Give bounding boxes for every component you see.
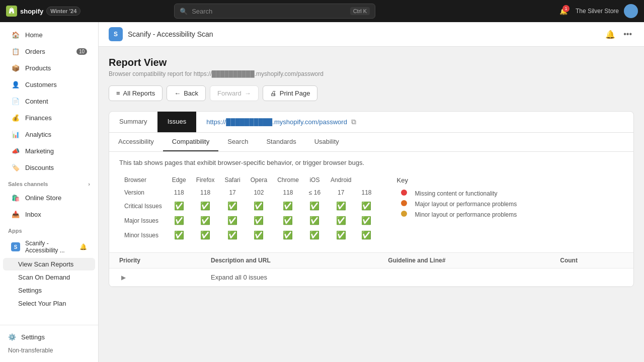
forward-button[interactable]: Forward →: [210, 85, 259, 101]
bell-icon-btn[interactable]: 🔔: [603, 28, 617, 41]
discounts-icon: 🏷️: [11, 163, 20, 172]
check-icon: ✅: [200, 231, 210, 239]
forward-icon: →: [245, 89, 251, 97]
sidebar-item-view-scan-reports[interactable]: View Scan Reports: [3, 258, 95, 270]
key-row: Minor layout or performance problems: [397, 209, 521, 220]
key-red-label: Missing content or functionality: [411, 188, 521, 199]
search-placeholder: Search: [192, 8, 212, 15]
ios-minor: ✅: [304, 228, 326, 242]
more-options-btn[interactable]: •••: [621, 28, 634, 41]
check-icon: ✅: [309, 231, 319, 239]
sidebar-item-marketing[interactable]: 📣 Marketing: [3, 143, 95, 159]
all-reports-label: All Reports: [123, 89, 155, 97]
expand-btn-cell: ▶: [109, 268, 201, 287]
user-avatar[interactable]: [624, 4, 638, 18]
sidebar-item-label: Marketing: [25, 147, 54, 155]
browser-col-firefox: Firefox: [191, 173, 220, 187]
tab-summary[interactable]: Summary: [109, 112, 157, 132]
url-bar-inline: https://██████████.myshopify.com/passwor…: [198, 112, 364, 132]
chrome-critical: ✅: [272, 199, 304, 213]
sales-channels-section: Sales channels ›: [0, 176, 98, 189]
sidebar-item-settings[interactable]: ⚙️ Settings: [8, 330, 90, 344]
print-label: Print Page: [280, 89, 310, 97]
app-header-bar: S Scanify - Accessibility Scan 🔔 •••: [99, 22, 644, 47]
expand-sales-icon[interactable]: ›: [88, 181, 90, 187]
print-page-button[interactable]: 🖨 Print Page: [263, 85, 318, 101]
print-icon: 🖨: [270, 89, 277, 97]
safari-critical: ✅: [219, 199, 245, 213]
search-bar[interactable]: 🔍 Search Ctrl K: [174, 4, 375, 19]
shopify-logo[interactable]: shopify Winter '24: [6, 6, 80, 17]
expand-toggle-button[interactable]: ▶: [119, 274, 128, 281]
orange-dot-icon: [401, 200, 407, 206]
copy-icon[interactable]: ⧉: [351, 118, 356, 126]
android-critical: ✅: [326, 199, 356, 213]
android-version: 17: [326, 187, 356, 199]
tab-usability[interactable]: Usability: [305, 133, 348, 151]
chrome-minor: ✅: [272, 228, 304, 242]
notification-badge: 1: [562, 5, 570, 12]
forward-label: Forward: [217, 89, 242, 97]
sidebar-item-home[interactable]: 🏠 Home: [3, 27, 95, 43]
sidebar-item-online-store[interactable]: 🛍️ Online Store: [3, 190, 95, 206]
sidebar-item-customers[interactable]: 👤 Customers: [3, 76, 95, 93]
tab-search[interactable]: Search: [218, 133, 257, 151]
safari-minor: ✅: [219, 228, 245, 242]
android-minor: ✅: [326, 228, 356, 242]
check-icon: ✅: [361, 216, 371, 225]
opera-critical: ✅: [246, 199, 272, 213]
sidebar-item-label: Finances: [25, 114, 52, 122]
check-icon: ✅: [200, 216, 210, 225]
tab-standards[interactable]: Standards: [257, 133, 305, 151]
tab-issues[interactable]: Issues: [157, 112, 197, 132]
sidebar-item-content[interactable]: 📄 Content: [3, 93, 95, 109]
sidebar-item-discounts[interactable]: 🏷️ Discounts: [3, 159, 95, 175]
sidebar-item-scanify[interactable]: S Scanify - Accessibility ... 🔔: [3, 236, 95, 257]
apps-section: Apps: [0, 223, 98, 236]
check-icon: ✅: [336, 202, 346, 210]
sidebar: 🏠 Home 📋 Orders 10 📦 Products 👤 Customer…: [0, 22, 99, 362]
content-area: S Scanify - Accessibility Scan 🔔 ••• Rep…: [99, 22, 644, 362]
sidebar-item-scan-on-demand[interactable]: Scan On Demand: [3, 271, 95, 284]
edge-major: ✅: [167, 213, 191, 228]
table-row: Minor Issues ✅ ✅ ✅ ✅ ✅ ✅ ✅ ✅: [119, 228, 377, 242]
all-reports-button[interactable]: ≡ All Reports: [109, 85, 163, 101]
report-subtitle: Browser compatibility report for https:/…: [109, 70, 634, 77]
col-priority: Priority: [109, 253, 201, 268]
edge-version: 118: [167, 187, 191, 199]
key-yellow-label: Minor layout or performance problems: [411, 209, 521, 220]
scanify-notify-icon: 🔔: [79, 243, 87, 250]
major-issues-label: Major Issues: [119, 213, 167, 228]
sidebar-item-inbox[interactable]: 📥 Inbox: [3, 206, 95, 222]
sidebar-item-finances[interactable]: 💰 Finances: [3, 110, 95, 126]
table-row: Critical Issues ✅ ✅ ✅ ✅ ✅ ✅ ✅ ✅: [119, 199, 377, 213]
browser-col-ios: iOS: [304, 173, 326, 187]
report-content: Report View Browser compatibility report…: [99, 47, 644, 297]
sidebar-item-orders[interactable]: 📋 Orders 10: [3, 43, 95, 59]
browser-col-edge: Edge: [167, 173, 191, 187]
back-icon: ←: [174, 89, 181, 97]
chrome-major: ✅: [272, 213, 304, 228]
sidebar-item-settings-app[interactable]: Settings: [3, 284, 95, 297]
sidebar-item-products[interactable]: 📦 Products: [3, 60, 95, 76]
android2-version: 118: [356, 187, 376, 199]
back-button[interactable]: ← Back: [167, 85, 206, 101]
apps-label: Apps: [8, 228, 22, 234]
report-url-link[interactable]: https://██████████.myshopify.com/passwor…: [206, 118, 347, 126]
shopify-text: shopify: [20, 8, 43, 15]
sidebar-item-analytics[interactable]: 📊 Analytics: [3, 126, 95, 142]
sidebar-item-select-plan[interactable]: Select Your Plan: [3, 297, 95, 310]
tab-accessibility[interactable]: Accessibility: [109, 133, 163, 151]
check-icon: ✅: [200, 202, 210, 210]
edge-minor: ✅: [167, 228, 191, 242]
sidebar-sub-item-label: Settings: [18, 287, 42, 294]
content-icon: 📄: [11, 97, 20, 106]
scanify-icon: S: [11, 242, 20, 251]
android2-minor: ✅: [356, 228, 376, 242]
notification-button[interactable]: 🔔 1: [556, 4, 571, 18]
tab-compatibility[interactable]: Compatibility: [163, 133, 218, 151]
tab-description: This tab shows pages that exhibit browse…: [109, 152, 633, 173]
sales-channels-label: Sales channels: [8, 181, 48, 187]
check-icon: ✅: [254, 231, 264, 239]
sidebar-item-label: Content: [25, 98, 48, 105]
